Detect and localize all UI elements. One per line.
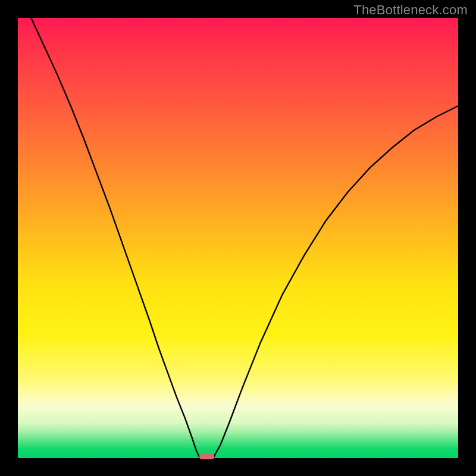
curve-left-branch: [31, 18, 199, 457]
curve-right-branch: [214, 106, 458, 457]
minimum-marker: [199, 454, 214, 459]
plot-area: [18, 18, 458, 458]
chart-frame: TheBottleneck.com: [0, 0, 476, 476]
watermark-text: TheBottleneck.com: [353, 2, 468, 18]
bottleneck-curve: [18, 18, 458, 458]
